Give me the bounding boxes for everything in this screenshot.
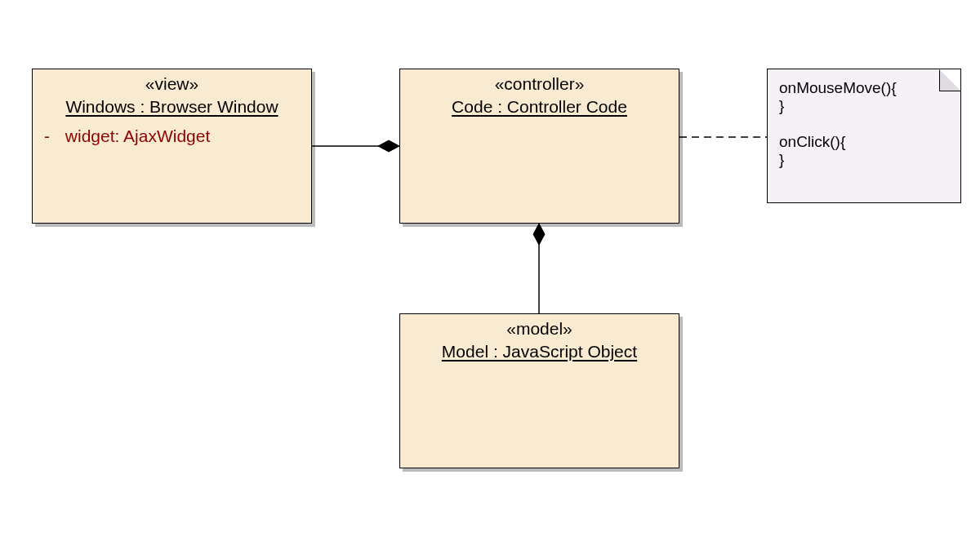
box-name-controller: Code : Controller Code [452,97,627,118]
uml-box-view: «view» Windows : Browser Window - widget… [32,69,312,224]
uml-box-model: «model» Model : JavaScript Object [399,313,679,468]
box-name-view: Windows : Browser Window [65,97,278,118]
attr-view-widget: - widget: AjaxWidget [44,126,300,146]
uml-note-controller: onMouseMove(){ } onClick(){ } [767,69,961,203]
uml-box-controller: «controller» Code : Controller Code [399,69,679,224]
stereotype-model: «model» [408,319,670,339]
stereotype-view: «view» [41,74,303,94]
attr-text: widget: AjaxWidget [65,126,210,145]
note-fold-icon [939,69,960,91]
uml-body-view: - widget: AjaxWidget [33,122,311,151]
box-name-model: Model : JavaScript Object [442,342,637,363]
stereotype-controller: «controller» [408,74,670,94]
svg-marker-1 [378,140,399,152]
uml-head-model: «model» Model : JavaScript Object [400,314,679,366]
uml-head-controller: «controller» Code : Controller Code [400,69,679,122]
note-text: onMouseMove(){ } onClick(){ } [768,69,960,179]
attr-visibility: - [44,126,60,146]
uml-head-view: «view» Windows : Browser Window [33,69,311,122]
svg-marker-3 [533,224,545,245]
